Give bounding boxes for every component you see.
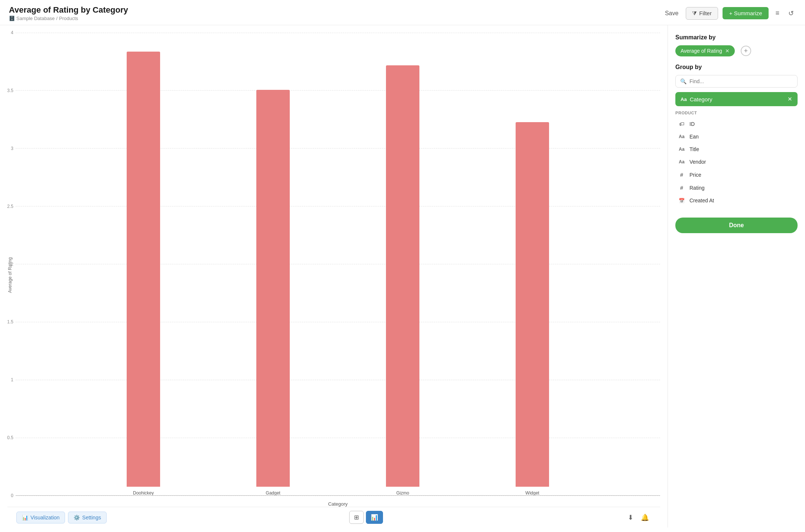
bar-group[interactable]: Gizmo xyxy=(386,33,419,496)
bar-group[interactable]: Gadget xyxy=(256,33,290,496)
breadcrumb-db: Sample Database xyxy=(16,16,55,21)
bar-label: Doohickey xyxy=(133,490,154,496)
field-label: Created At xyxy=(689,198,714,203)
filter-label: Filter xyxy=(699,10,711,16)
refresh-icon[interactable]: ↺ xyxy=(786,7,796,20)
field-label: Ean xyxy=(689,134,699,140)
calendar-icon: 📅 xyxy=(678,198,686,203)
table-view-button[interactable]: ⊞ xyxy=(349,511,364,524)
text-icon: Aa xyxy=(678,159,686,164)
text-icon: Aa xyxy=(678,134,686,139)
bottom-right-actions: ⬇ 🔔 xyxy=(626,511,651,524)
main-layout: Average of Rating 4 3.5 3 2.5 2 1.5 1 xyxy=(0,25,805,528)
field-label: Vendor xyxy=(689,159,706,165)
bottom-center-actions: ⊞ 📊 xyxy=(349,511,383,524)
metric-chip-label: Average of Rating xyxy=(681,48,722,54)
hash-icon: # xyxy=(678,185,686,191)
field-item[interactable]: 🏷 ID xyxy=(675,118,798,130)
field-item[interactable]: Aa Title xyxy=(675,143,798,155)
filter-button[interactable]: ⧩ Filter xyxy=(686,7,718,20)
summarize-by-title: Summarize by xyxy=(675,34,798,41)
metric-chip-close[interactable]: ✕ xyxy=(725,48,730,54)
x-axis-label: Category xyxy=(16,501,660,507)
header-left: Average of Rating by Category 🗄️ Sample … xyxy=(9,5,128,21)
summarize-button[interactable]: + Summarize xyxy=(723,7,769,19)
chart-plot-area: 4 3.5 3 2.5 2 1.5 1 0.5 0 xyxy=(16,33,660,507)
notification-icon[interactable]: 🔔 xyxy=(639,511,651,524)
x-axis-baseline xyxy=(16,495,660,496)
download-icon[interactable]: ⬇ xyxy=(626,511,636,524)
group-by-title: Group by xyxy=(675,64,798,71)
category-chip-label: Category xyxy=(690,96,713,102)
sort-icon[interactable]: ≡ xyxy=(773,7,782,19)
field-item[interactable]: 📅 Created At xyxy=(675,195,798,206)
field-item[interactable]: Aa Vendor xyxy=(675,156,798,168)
settings-icon: ⚙️ xyxy=(74,515,80,520)
settings-button[interactable]: ⚙️ Settings xyxy=(68,512,107,523)
filter-icon: ⧩ xyxy=(692,10,697,17)
done-button[interactable]: Done xyxy=(675,218,798,233)
bar-label: Gadget xyxy=(266,490,280,496)
settings-label: Settings xyxy=(82,515,101,520)
breadcrumb-sep: / xyxy=(56,16,58,21)
field-label: ID xyxy=(689,121,695,127)
add-metric-button[interactable]: + xyxy=(741,46,751,56)
visualization-button[interactable]: 📊 Visualization xyxy=(16,512,65,523)
visualization-label: Visualization xyxy=(30,515,59,520)
category-text-icon: Aa xyxy=(681,97,687,102)
field-item[interactable]: Aa Ean xyxy=(675,131,798,143)
product-section-label: PRODUCT xyxy=(675,111,798,115)
chart-view-button[interactable]: 📊 xyxy=(366,511,383,524)
chart-area: Average of Rating 4 3.5 3 2.5 2 1.5 1 xyxy=(0,25,668,528)
right-panel: Summarize by Average of Rating ✕ + Group… xyxy=(668,25,805,528)
group-by-section: Group by 🔍 Aa Category ✕ PRODUCT 🏷 ID Aa… xyxy=(675,64,798,206)
bar[interactable] xyxy=(127,52,160,487)
bar-group[interactable]: Widget xyxy=(516,33,549,496)
text-icon: Aa xyxy=(678,147,686,152)
search-icon: 🔍 xyxy=(680,78,686,84)
bottom-left-actions: 📊 Visualization ⚙️ Settings xyxy=(16,512,107,523)
field-list: 🏷 ID Aa Ean Aa Title Aa Vendor # Price #… xyxy=(675,118,798,206)
summarize-by-section: Summarize by Average of Rating ✕ + xyxy=(675,34,798,56)
category-chip-close[interactable]: ✕ xyxy=(788,96,792,102)
bar-label: Gizmo xyxy=(396,490,409,496)
tag-icon: 🏷 xyxy=(678,121,686,127)
page-title: Average of Rating by Category xyxy=(9,5,128,15)
chart-container: Average of Rating 4 3.5 3 2.5 2 1.5 1 xyxy=(7,33,660,507)
group-by-search-input[interactable] xyxy=(689,78,793,84)
field-label: Price xyxy=(689,172,701,178)
category-chip[interactable]: Aa Category ✕ xyxy=(675,92,798,106)
field-item[interactable]: # Price xyxy=(675,169,798,181)
save-button[interactable]: Save xyxy=(662,8,681,19)
field-label: Title xyxy=(689,146,699,152)
bar-label: Widget xyxy=(525,490,539,496)
field-label: Rating xyxy=(689,185,704,191)
breadcrumb-icon: 🗄️ xyxy=(9,16,15,21)
metric-chip[interactable]: Average of Rating ✕ xyxy=(675,45,735,56)
header: Average of Rating by Category 🗄️ Sample … xyxy=(0,0,805,25)
hash-icon: # xyxy=(678,172,686,178)
group-by-search-container: 🔍 xyxy=(675,75,798,88)
bar[interactable] xyxy=(256,90,290,487)
visualization-icon: 📊 xyxy=(22,515,28,520)
bar-group[interactable]: Doohickey xyxy=(127,33,160,496)
field-item[interactable]: # Rating xyxy=(675,182,798,194)
header-actions: Save ⧩ Filter + Summarize ≡ ↺ xyxy=(662,7,796,20)
chart-inner: Average of Rating 4 3.5 3 2.5 2 1.5 1 xyxy=(7,33,660,507)
breadcrumb-table: Products xyxy=(59,16,78,21)
breadcrumb: 🗄️ Sample Database / Products xyxy=(9,16,128,21)
bottom-toolbar: 📊 Visualization ⚙️ Settings ⊞ 📊 ⬇ 🔔 xyxy=(7,507,660,528)
bars-row: Doohickey Gadget Gizmo Widget xyxy=(16,33,660,496)
y-axis-label: Average of Rating xyxy=(7,33,13,507)
bar[interactable] xyxy=(386,65,419,487)
category-chip-left: Aa Category xyxy=(681,96,713,102)
bar[interactable] xyxy=(516,122,549,487)
